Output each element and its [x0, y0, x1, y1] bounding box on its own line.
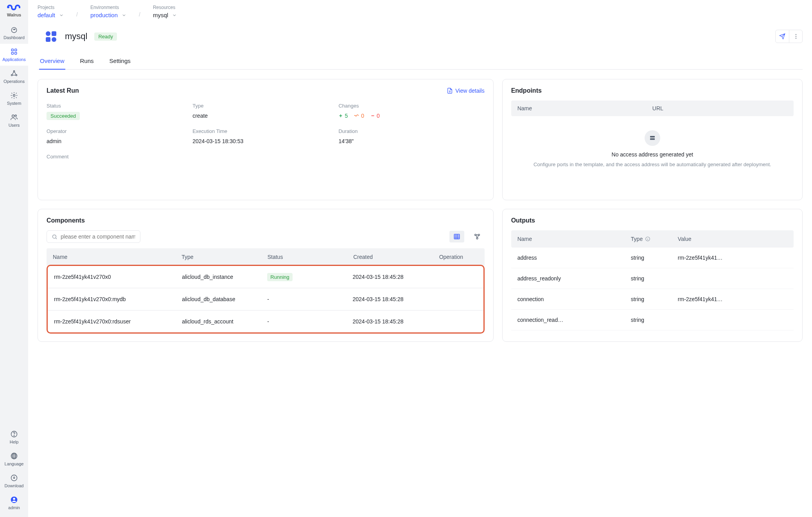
tab-overview[interactable]: Overview — [39, 55, 65, 70]
title-actions — [775, 30, 803, 43]
help-icon — [10, 430, 18, 438]
download-icon — [10, 474, 18, 482]
main-content: Projects default / Environments producti… — [28, 0, 812, 517]
sidebar-item-system[interactable]: System — [0, 88, 28, 110]
col-name: Name — [53, 254, 181, 260]
view-details-link[interactable]: View details — [447, 88, 484, 94]
svg-rect-4 — [15, 49, 17, 51]
table-row[interactable]: connectionstringrm-2ze5f41yk41… — [511, 289, 794, 310]
graph-icon — [474, 233, 481, 240]
sidebar-item-label: Users — [9, 123, 20, 127]
database-icon — [645, 130, 660, 146]
breadcrumb-project-selector[interactable]: default — [38, 12, 64, 18]
col-type: Type — [631, 236, 643, 242]
sidebar-item-operations[interactable]: Operations — [0, 66, 28, 88]
endpoints-col-url: URL — [652, 105, 787, 111]
run-label-status: Status — [47, 103, 192, 109]
svg-rect-6 — [15, 52, 17, 54]
walrus-logo-icon — [6, 3, 22, 12]
logo[interactable]: Walrus — [6, 3, 22, 17]
breadcrumb-environment-selector[interactable]: production — [90, 12, 126, 18]
svg-point-1 — [19, 7, 20, 8]
run-exec-time-value: 2024-03-15 18:30:53 — [192, 138, 338, 144]
breadcrumb: Projects default / Environments producti… — [38, 5, 803, 18]
table-row[interactable]: addressstringrm-2ze5f41yk41… — [511, 248, 794, 268]
chevron-down-icon — [122, 13, 126, 18]
run-label-exec-time: Execution Time — [192, 128, 338, 134]
table-row[interactable]: rm-2ze5f41yk41v270x0:rdsuseralicloud_rds… — [48, 311, 483, 332]
resource-title: mysql — [65, 31, 87, 41]
run-label-operator: Operator — [47, 128, 192, 134]
component-operation — [438, 318, 477, 325]
svg-point-14 — [14, 436, 14, 436]
tab-runs[interactable]: Runs — [79, 55, 95, 69]
sidebar-item-dashboard[interactable]: Dashboard — [0, 22, 28, 44]
sidebar-item-language[interactable]: Language — [0, 448, 28, 470]
sidebar-item-help[interactable]: Help — [0, 426, 28, 448]
sidebar-item-users[interactable]: Users — [0, 110, 28, 131]
sidebar: Walrus Dashboard Applications Operations — [0, 0, 28, 517]
svg-rect-21 — [52, 31, 56, 36]
component-search-input[interactable] — [61, 233, 135, 240]
sidebar-item-admin[interactable]: admin — [0, 492, 28, 514]
send-icon — [779, 33, 785, 39]
breadcrumb-resource-value: mysql — [153, 12, 168, 18]
document-icon — [447, 88, 453, 94]
view-table-button[interactable] — [449, 231, 464, 242]
run-label-type: Type — [192, 103, 338, 109]
resource-icon — [44, 29, 58, 43]
output-value: rm-2ze5f41yk41… — [678, 255, 787, 261]
more-actions-button[interactable] — [789, 30, 802, 43]
endpoints-empty-state: No access address generated yet Configur… — [511, 116, 794, 177]
col-value: Value — [678, 236, 787, 242]
run-operator-value: admin — [47, 138, 192, 144]
brand-name: Walrus — [7, 13, 21, 17]
globe-icon — [10, 452, 18, 460]
view-graph-button[interactable] — [470, 231, 485, 242]
table-icon — [453, 233, 460, 240]
component-type: alicloud_rds_account — [182, 318, 267, 325]
endpoints-col-name: Name — [517, 105, 652, 111]
status-badge: Running — [267, 273, 292, 281]
output-type: string — [631, 275, 678, 282]
minus-icon — [370, 113, 375, 118]
table-row[interactable]: rm-2ze5f41yk41v270x0alicloud_db_instance… — [48, 266, 483, 288]
run-status-badge: Succeeded — [47, 112, 80, 120]
sidebar-item-label: admin — [8, 505, 20, 510]
output-name: address — [517, 255, 631, 261]
output-name: connection_read… — [517, 317, 631, 323]
breadcrumb-resource-selector[interactable]: mysql — [153, 12, 177, 18]
table-row[interactable]: connection_read…string — [511, 310, 794, 330]
table-row[interactable]: rm-2ze5f41yk41v270x0:mydbalicloud_db_dat… — [48, 288, 483, 311]
component-name: rm-2ze5f41yk41v270x0:rdsuser — [54, 318, 182, 325]
breadcrumb-environment-value: production — [90, 12, 118, 18]
svg-point-24 — [795, 34, 796, 35]
component-type: alicloud_db_instance — [182, 274, 267, 280]
components-table-header: Name Type Status Created Operation — [47, 248, 485, 266]
sidebar-item-applications[interactable]: Applications — [0, 44, 28, 66]
output-value: rm-2ze5f41yk41… — [678, 296, 787, 302]
sidebar-item-label: System — [7, 101, 22, 106]
svg-point-19 — [13, 498, 15, 500]
component-search[interactable] — [47, 230, 140, 243]
deploy-button[interactable] — [776, 30, 789, 43]
tab-settings[interactable]: Settings — [109, 55, 131, 69]
output-name: address_readonly — [517, 275, 631, 282]
sidebar-item-download[interactable]: Download — [0, 470, 28, 492]
svg-point-11 — [12, 115, 14, 117]
svg-point-20 — [46, 31, 50, 36]
outputs-card: Outputs Name Type Value addressstringrm-… — [502, 209, 803, 342]
output-type: string — [631, 255, 678, 261]
components-table: Name Type Status Created Operation rm-2z… — [47, 248, 485, 334]
svg-rect-22 — [46, 37, 50, 42]
svg-point-12 — [15, 115, 16, 117]
wave-icon — [354, 113, 359, 118]
svg-point-0 — [8, 7, 9, 8]
user-avatar-icon — [10, 496, 18, 504]
table-row[interactable]: address_readonlystring — [511, 268, 794, 289]
endpoints-empty-subtitle: Configure ports in the template, and the… — [519, 161, 786, 169]
svg-point-26 — [795, 38, 796, 39]
info-icon[interactable] — [645, 236, 650, 242]
sidebar-item-label: Language — [5, 461, 24, 466]
outputs-table: Name Type Value addressstringrm-2ze5f41y… — [511, 230, 794, 330]
